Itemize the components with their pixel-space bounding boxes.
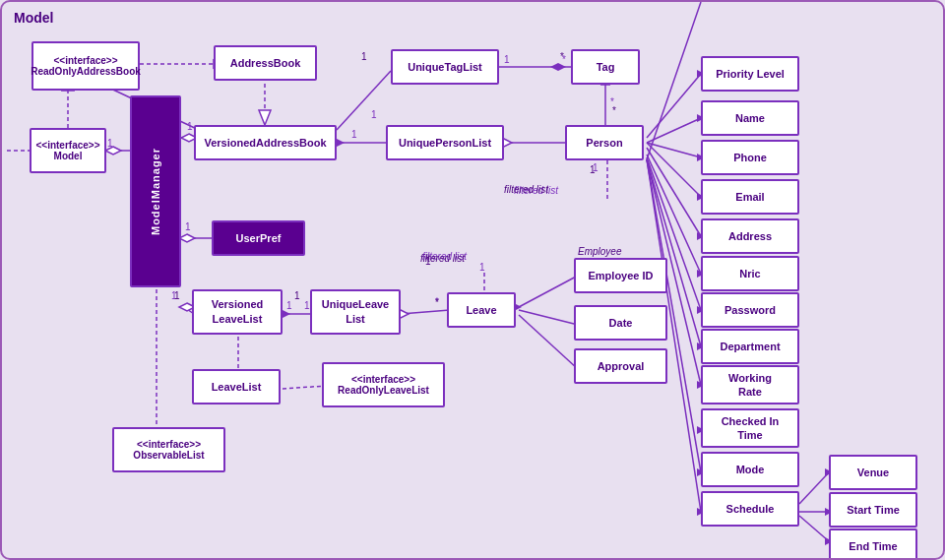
label-1-person: 1 [590,164,596,175]
label-1-versionedleavelist: 1 [174,290,180,301]
end-time-box: End Time [829,529,917,560]
svg-line-36 [401,310,450,314]
svg-line-77 [799,516,829,541]
priority-level-box: Priority Level [701,56,799,92]
addressbook-box: AddressBook [214,45,317,81]
svg-line-73 [799,472,829,504]
svg-line-57 [647,148,701,236]
versioned-leavelist-box: VersionedLeaveList [192,289,283,335]
working-rate-box: WorkingRate [701,365,799,404]
label-star-tag: * [560,51,564,62]
date-box: Date [574,305,667,341]
name-box: Name [701,100,799,136]
filtered-list-label-1: filtered list [504,184,548,195]
schedule-box: Schedule [701,491,799,527]
mode-box: Mode [701,452,799,487]
svg-marker-5 [259,110,271,125]
readonly-addressbook-box: <<interface>>ReadOnlyAddressBook [32,41,140,91]
unique-taglist-box: UniqueTagList [391,49,499,85]
svg-line-41 [519,310,578,325]
venue-box: Venue [829,455,917,490]
interface-model-box: <<interface>>Model [30,128,106,173]
phone-box: Phone [701,140,799,175]
svg-line-55 [647,143,701,197]
tag-box: Tag [571,49,640,85]
observable-list-box: <<interface>>ObservableList [112,427,225,472]
svg-marker-27 [179,234,195,242]
approval-box: Approval [574,348,667,384]
employee-id-box: Employee ID [574,258,667,293]
svg-line-59 [647,155,701,274]
svg-text:1: 1 [479,262,485,273]
svg-line-39 [519,276,578,307]
label-star-person: * [612,105,616,116]
label-1-uniqueleavelist: 1 [294,290,300,301]
svg-line-42 [519,315,578,369]
svg-line-51 [647,118,701,143]
address-box: Address [701,218,799,254]
readonly-leavelist-box: <<interface>>ReadOnlyLeaveList [322,362,445,407]
label-star-leave: * [435,297,439,308]
svg-marker-21 [105,147,121,155]
unique-leavelist-box: UniqueLeaveList [310,289,401,335]
unique-personlist-box: UniquePersonList [386,125,504,160]
svg-marker-13 [550,63,566,71]
leave-box: Leave [447,292,516,328]
user-pref-box: UserPref [212,220,305,256]
svg-line-81 [283,386,327,389]
department-box: Department [701,329,799,364]
employee-label: Employee [578,246,621,257]
versioned-addressbook-box: VersionedAddressBook [194,125,337,160]
checked-in-time-box: Checked InTime [701,408,799,448]
email-box: Email [701,179,799,215]
svg-text:1: 1 [185,221,191,232]
model-manager-box: ModelManager [130,95,181,287]
leavelist-box: LeaveList [192,369,281,404]
diagram-container: Model 1 1 * * 1 1 [0,0,945,560]
password-box: Password [701,292,799,328]
svg-line-18 [337,71,391,130]
svg-line-49 [647,74,701,138]
start-time-box: Start Time [829,492,917,528]
svg-text:1: 1 [351,129,357,140]
svg-text:1: 1 [286,300,292,311]
label-1-uniquetaglist: 1 [361,51,367,62]
diagram-title: Model [14,10,53,26]
nric-box: Nric [701,256,799,291]
person-box: Person [565,125,644,160]
svg-text:1: 1 [107,138,113,149]
svg-text:1: 1 [187,121,193,132]
svg-text:1: 1 [371,109,377,120]
svg-line-67 [647,2,701,159]
svg-text:1: 1 [504,54,510,65]
svg-line-53 [647,143,701,157]
label-1-leavelist: 1 [425,256,431,267]
